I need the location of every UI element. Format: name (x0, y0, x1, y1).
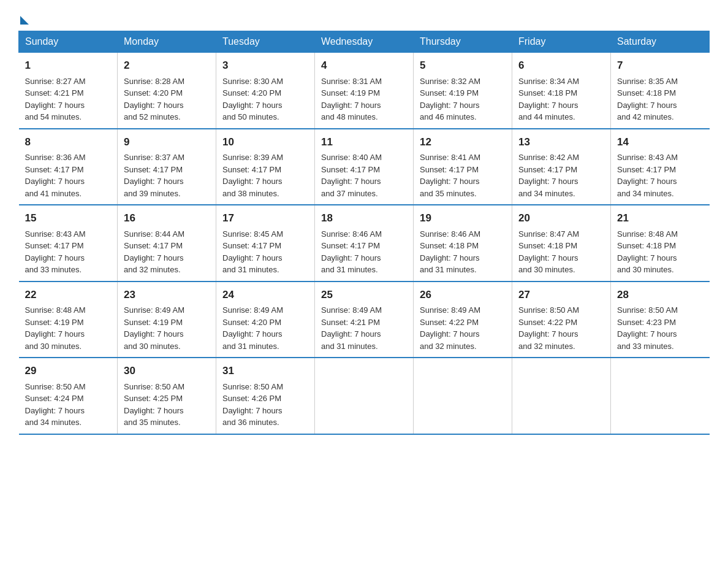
sunset-text: Sunset: 4:17 PM (321, 241, 380, 250)
daylight-minutes: and 34 minutes. (518, 189, 575, 198)
calendar-cell: 26Sunrise: 8:49 AMSunset: 4:22 PMDayligh… (414, 282, 512, 358)
daylight-text: Daylight: 7 hours (518, 177, 578, 186)
sunrise-text: Sunrise: 8:50 AM (25, 382, 86, 391)
day-number: 2 (124, 58, 210, 74)
calendar-cell: 4Sunrise: 8:31 AMSunset: 4:19 PMDaylight… (315, 53, 414, 129)
daylight-text: Daylight: 7 hours (124, 177, 184, 186)
day-number: 11 (321, 134, 407, 150)
sunrise-text: Sunrise: 8:32 AM (420, 77, 480, 86)
header-day-saturday: Saturday (611, 31, 710, 53)
daylight-text: Daylight: 7 hours (420, 101, 480, 110)
daylight-text: Daylight: 7 hours (518, 329, 578, 339)
week-row-5: 29Sunrise: 8:50 AMSunset: 4:24 PMDayligh… (19, 358, 710, 434)
daylight-minutes: and 30 minutes. (124, 342, 181, 351)
sunrise-text: Sunrise: 8:47 AM (518, 229, 579, 239)
calendar-cell: 12Sunrise: 8:41 AMSunset: 4:17 PMDayligh… (414, 129, 512, 205)
day-number: 24 (222, 287, 308, 303)
day-number: 9 (124, 134, 210, 150)
daylight-text: Daylight: 7 hours (518, 101, 578, 110)
daylight-text: Daylight: 7 hours (25, 406, 85, 415)
day-number: 1 (25, 58, 112, 74)
day-number: 14 (617, 134, 703, 150)
day-number: 17 (222, 210, 308, 226)
sunset-text: Sunset: 4:25 PM (124, 394, 183, 403)
sunset-text: Sunset: 4:24 PM (25, 394, 84, 403)
calendar-cell: 14Sunrise: 8:43 AMSunset: 4:17 PMDayligh… (611, 129, 710, 205)
daylight-text: Daylight: 7 hours (222, 177, 282, 186)
sunrise-text: Sunrise: 8:40 AM (321, 153, 382, 162)
day-number: 4 (321, 58, 407, 74)
day-number: 7 (617, 58, 703, 74)
sunset-text: Sunset: 4:18 PM (518, 88, 577, 98)
day-number: 15 (25, 210, 112, 226)
week-row-1: 1Sunrise: 8:27 AMSunset: 4:21 PMDaylight… (19, 53, 710, 129)
sunrise-text: Sunrise: 8:48 AM (617, 229, 678, 239)
day-number: 23 (124, 287, 210, 303)
day-number: 10 (222, 134, 308, 150)
sunset-text: Sunset: 4:17 PM (222, 241, 281, 250)
sunset-text: Sunset: 4:17 PM (222, 165, 281, 174)
day-number: 22 (25, 287, 112, 303)
calendar-cell: 20Sunrise: 8:47 AMSunset: 4:18 PMDayligh… (512, 205, 611, 282)
sunrise-text: Sunrise: 8:27 AM (25, 77, 86, 86)
daylight-minutes: and 48 minutes. (321, 112, 378, 121)
day-number: 5 (420, 58, 506, 74)
day-number: 12 (420, 134, 506, 150)
sunset-text: Sunset: 4:19 PM (321, 88, 380, 98)
day-number: 18 (321, 210, 407, 226)
daylight-minutes: and 30 minutes. (617, 265, 674, 274)
daylight-minutes: and 31 minutes. (321, 265, 378, 274)
daylight-text: Daylight: 7 hours (222, 253, 282, 262)
daylight-minutes: and 30 minutes. (518, 265, 575, 274)
sunrise-text: Sunrise: 8:41 AM (420, 153, 480, 162)
daylight-text: Daylight: 7 hours (617, 177, 677, 186)
sunrise-text: Sunrise: 8:48 AM (25, 305, 86, 315)
sunrise-text: Sunrise: 8:35 AM (617, 77, 678, 86)
daylight-text: Daylight: 7 hours (25, 329, 85, 339)
calendar-cell: 29Sunrise: 8:50 AMSunset: 4:24 PMDayligh… (19, 358, 118, 434)
sunset-text: Sunset: 4:17 PM (321, 165, 380, 174)
week-row-2: 8Sunrise: 8:36 AMSunset: 4:17 PMDaylight… (19, 129, 710, 205)
calendar-cell (414, 358, 512, 434)
calendar-table: SundayMondayTuesdayWednesdayThursdayFrid… (18, 31, 710, 435)
daylight-minutes: and 42 minutes. (617, 112, 674, 121)
sunrise-text: Sunrise: 8:31 AM (321, 77, 382, 86)
calendar-cell: 24Sunrise: 8:49 AMSunset: 4:20 PMDayligh… (216, 282, 315, 358)
calendar-cell: 3Sunrise: 8:30 AMSunset: 4:20 PMDaylight… (216, 53, 315, 129)
calendar-cell: 22Sunrise: 8:48 AMSunset: 4:19 PMDayligh… (19, 282, 118, 358)
calendar-cell: 27Sunrise: 8:50 AMSunset: 4:22 PMDayligh… (512, 282, 611, 358)
header-row: SundayMondayTuesdayWednesdayThursdayFrid… (19, 31, 710, 53)
sunset-text: Sunset: 4:19 PM (124, 318, 183, 327)
sunset-text: Sunset: 4:17 PM (25, 241, 84, 250)
sunrise-text: Sunrise: 8:49 AM (222, 305, 283, 315)
sunrise-text: Sunrise: 8:28 AM (124, 77, 184, 86)
daylight-minutes: and 36 minutes. (222, 418, 279, 427)
day-number: 8 (25, 134, 112, 150)
header-day-sunday: Sunday (19, 31, 118, 53)
day-number: 21 (617, 210, 703, 226)
sunset-text: Sunset: 4:22 PM (420, 318, 479, 327)
sunset-text: Sunset: 4:17 PM (124, 241, 183, 250)
sunrise-text: Sunrise: 8:34 AM (518, 77, 579, 86)
sunset-text: Sunset: 4:18 PM (420, 241, 479, 250)
sunset-text: Sunset: 4:18 PM (617, 88, 676, 98)
sunset-text: Sunset: 4:17 PM (518, 165, 577, 174)
calendar-cell: 16Sunrise: 8:44 AMSunset: 4:17 PMDayligh… (118, 205, 216, 282)
daylight-text: Daylight: 7 hours (518, 253, 578, 262)
day-number: 29 (25, 363, 112, 379)
sunrise-text: Sunrise: 8:45 AM (222, 229, 283, 239)
calendar-cell: 10Sunrise: 8:39 AMSunset: 4:17 PMDayligh… (216, 129, 315, 205)
day-number: 28 (617, 287, 703, 303)
sunset-text: Sunset: 4:22 PM (518, 318, 577, 327)
sunset-text: Sunset: 4:20 PM (124, 88, 183, 98)
calendar-body: 1Sunrise: 8:27 AMSunset: 4:21 PMDaylight… (19, 53, 710, 434)
calendar-cell: 21Sunrise: 8:48 AMSunset: 4:18 PMDayligh… (611, 205, 710, 282)
calendar-cell: 6Sunrise: 8:34 AMSunset: 4:18 PMDaylight… (512, 53, 611, 129)
sunset-text: Sunset: 4:18 PM (518, 241, 577, 250)
calendar-cell (315, 358, 414, 434)
sunrise-text: Sunrise: 8:49 AM (321, 305, 382, 315)
daylight-minutes: and 30 minutes. (25, 342, 82, 351)
day-number: 20 (518, 210, 604, 226)
calendar-cell: 28Sunrise: 8:50 AMSunset: 4:23 PMDayligh… (611, 282, 710, 358)
daylight-text: Daylight: 7 hours (25, 253, 85, 262)
